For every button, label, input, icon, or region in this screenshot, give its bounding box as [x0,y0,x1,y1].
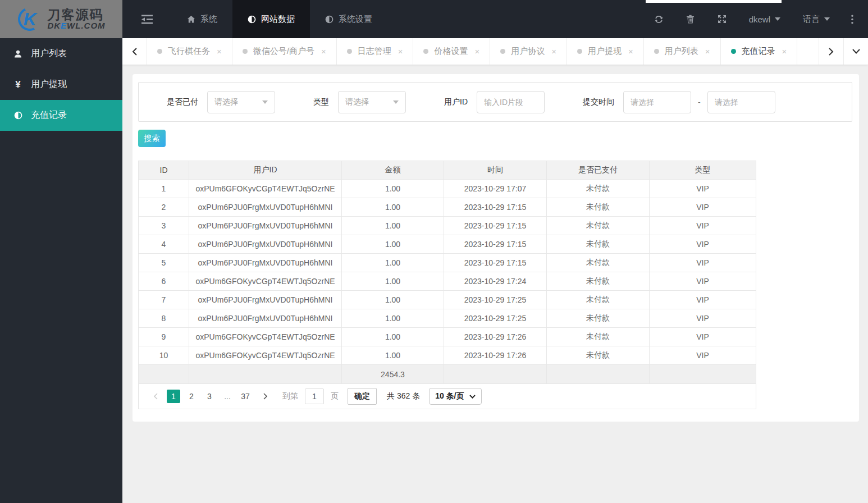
page-button-2[interactable]: 2 [185,390,198,403]
chevron-down-icon [262,100,268,104]
submit-time-start-input[interactable] [623,91,691,113]
clear-cache-button[interactable] [675,0,706,38]
tab-close-icon[interactable]: × [782,47,787,56]
kebab-menu-icon [851,15,853,24]
page-button-37[interactable]: 37 [239,390,252,403]
paid-status-value: 请选择 [214,97,238,107]
column-header: 时间 [444,161,547,180]
summary-cell-time [444,365,547,384]
cell-type: VIP [650,180,756,198]
filter-user-id: 用户ID [444,91,545,113]
page-button-3[interactable]: 3 [203,390,216,403]
submit-time-label: 提交时间 [583,97,614,107]
cell-user-id: oxPUm6PJU0FrgMxUVD0TupH6hMNI [189,309,342,328]
sidebar-item-user-list[interactable]: 用户列表 [0,38,122,69]
tab-flight-chess-task[interactable]: 飞行棋任务× [147,38,232,65]
cell-id: 10 [139,346,189,365]
cell-user-id: oxPUm6GFOKyvCGpT4EWTJq5OzrNE [189,272,342,291]
tab-user-agreement[interactable]: 用户协议× [490,38,567,65]
tab-log-management[interactable]: 日志管理× [337,38,414,65]
nav-item-system-settings[interactable]: 系统设置 [310,0,387,38]
paid-status-select[interactable]: 请选择 [207,91,275,113]
previous-page-button[interactable] [150,393,161,400]
tab-close-icon[interactable]: × [398,47,403,56]
cell-time: 2023-10-29 17:15 [444,254,547,272]
tab-user-list[interactable]: 用户列表× [644,38,721,65]
refresh-button[interactable] [643,0,675,38]
cell-id: 9 [139,328,189,346]
sidebar-item-user-withdraw[interactable]: ¥用户提现 [0,69,122,100]
goto-page-input[interactable] [305,388,324,404]
tab-close-icon[interactable]: × [705,47,710,56]
tabs-scroll-right-button[interactable] [819,38,843,65]
cell-time: 2023-10-29 17:15 [444,217,547,235]
tab-close-icon[interactable]: × [217,47,222,56]
tab-label: 用户提现 [588,46,622,57]
cell-id: 5 [139,254,189,272]
cell-user-id: oxPUm6PJU0FrgMxUVD0TupH6hMNI [189,235,342,254]
chevron-left-icon [153,393,158,400]
cell-type: VIP [650,346,756,365]
cell-amount: 1.00 [342,346,444,365]
fullscreen-button[interactable] [706,0,738,38]
submit-time-end-input[interactable] [707,91,775,113]
summary-cell-paid [547,365,650,384]
tabs-scroll-left-button[interactable] [122,38,147,65]
column-header: 是否已支付 [547,161,650,180]
nav-item-site-data[interactable]: 网站数据 [232,0,310,38]
brand-domain-suffix: WL.COM [67,21,105,30]
tab-user-withdraw[interactable]: 用户提现× [567,38,644,65]
tab-dot-icon [577,49,582,54]
column-header: 金额 [342,161,444,180]
table-body: 1oxPUm6GFOKyvCGpT4EWTJq5OzrNE1.002023-10… [139,180,756,384]
next-page-button[interactable] [260,393,271,400]
sidebar-toggle-button[interactable] [122,0,172,38]
topbar-actions: dkewl 语言 [643,0,868,38]
cell-paid: 未付款 [547,198,650,217]
tabs-menu-button[interactable] [843,38,868,65]
user-id-input[interactable] [477,91,545,113]
cell-amount: 1.00 [342,180,444,198]
cell-paid: 未付款 [547,254,650,272]
date-range-separator: - [698,98,701,107]
outdent-icon [141,15,153,24]
cell-time: 2023-10-29 17:26 [444,328,547,346]
page-unit-label: 页 [331,391,339,401]
tab-dot-icon [157,49,162,54]
user-menu[interactable]: dkewl [738,0,792,38]
tab-close-icon[interactable]: × [628,47,633,56]
page-ellipsis: ... [221,390,234,403]
confirm-button[interactable]: 确定 [348,388,377,405]
tab-dot-icon [423,49,428,54]
table-row: 10oxPUm6GFOKyvCGpT4EWTJq5OzrNE1.002023-1… [139,346,756,365]
chevron-down-icon [824,17,830,21]
goto-page-label: 到第 [282,391,298,401]
table-row: 8oxPUm6PJU0FrgMxUVD0TupH6hMNI1.002023-10… [139,309,756,328]
brand-logo[interactable]: K 刀客源码 DKEWL.COM [0,0,122,38]
table-row: 7oxPUm6PJU0FrgMxUVD0TupH6hMNI1.002023-10… [139,291,756,309]
tab-wechat-account[interactable]: 微信公号/商户号× [232,38,337,65]
type-select[interactable]: 请选择 [338,91,406,113]
language-menu[interactable]: 语言 [792,0,841,38]
sidebar-item-recharge-records[interactable]: 充值记录 [0,100,122,131]
more-options-button[interactable] [841,0,864,38]
chevron-right-icon [263,393,268,400]
nav-item-system[interactable]: 系统 [172,0,232,38]
tab-close-icon[interactable]: × [474,47,479,56]
trash-icon [686,15,695,24]
tab-price-settings[interactable]: 价格设置× [413,38,490,65]
tab-close-icon[interactable]: × [321,47,326,56]
cell-type: VIP [650,217,756,235]
tab-recharge-records[interactable]: 充值记录× [721,38,798,65]
nav-item-label: 系统设置 [339,14,372,25]
cell-amount: 1.00 [342,198,444,217]
cell-amount: 1.00 [342,217,444,235]
brand-domain-prefix: DK [47,21,61,30]
page-size-select[interactable]: 10 条/页 [429,388,481,405]
summary-cell-id [139,365,189,384]
page-button-1[interactable]: 1 [167,390,180,403]
tab-dot-icon [500,49,505,54]
search-button[interactable]: 搜索 [138,130,166,147]
tab-close-icon[interactable]: × [551,47,556,56]
cell-id: 8 [139,309,189,328]
